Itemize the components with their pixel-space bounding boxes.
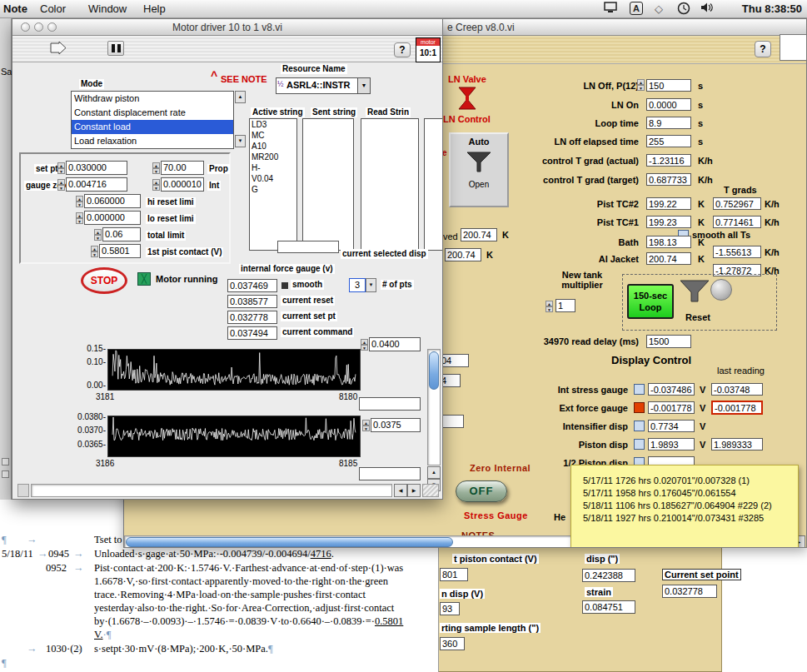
prop-value[interactable]: 70.00 xyxy=(161,161,204,175)
timer-value[interactable]: -1.23116 xyxy=(646,154,691,167)
lo-reset-value[interactable]: 0.000000 xyxy=(84,211,141,225)
setpoint-0375-value[interactable]: 0.0375 xyxy=(371,418,421,432)
list-item[interactable]: MR200 xyxy=(250,152,296,162)
spinner[interactable]: ▲▼ xyxy=(94,229,102,241)
spinner[interactable]: ▲▼ xyxy=(362,420,370,431)
menu-help[interactable]: Help xyxy=(143,0,166,17)
current-setpt-value[interactable]: 0.032778 xyxy=(227,311,277,324)
spinner[interactable]: ▲▼ xyxy=(152,162,160,174)
menu-color[interactable]: Color xyxy=(40,0,66,17)
new-tank-value[interactable]: 1 xyxy=(555,299,575,312)
mode-listbox[interactable]: Withdraw piston Constant displacement ra… xyxy=(71,91,234,149)
scroll-right-arrow[interactable]: ▶ xyxy=(407,484,421,497)
smooth-checkbox[interactable] xyxy=(281,282,288,289)
valve-funnel-icon[interactable] xyxy=(466,152,491,173)
spinner[interactable]: ▲▼ xyxy=(76,212,83,224)
total-limit-value[interactable]: 0.06 xyxy=(102,227,141,241)
list-item[interactable]: G xyxy=(250,184,296,195)
mode-option[interactable]: Constant displacement rate xyxy=(72,106,233,120)
spinner[interactable]: ▲▼ xyxy=(57,179,65,191)
display-row-checkbox[interactable] xyxy=(634,421,645,431)
spinner[interactable]: ▲▼ xyxy=(361,339,368,351)
mode-option[interactable]: Withdraw piston xyxy=(72,92,233,106)
list-item[interactable]: A10 xyxy=(250,141,296,152)
display-row-checkbox[interactable] xyxy=(634,384,645,395)
temp-grad-value[interactable]: 0.752967 xyxy=(713,197,761,210)
mode-option[interactable]: Load relaxation xyxy=(72,134,233,148)
zoom-button[interactable] xyxy=(47,22,57,32)
temp-value[interactable]: 198.13 xyxy=(646,236,691,248)
display-row-value[interactable]: 0.7734 xyxy=(648,420,695,432)
disp-value[interactable]: 0.242388 xyxy=(582,569,635,582)
run-button[interactable] xyxy=(49,41,67,55)
mode-scroll-down-arrow[interactable]: ▼ xyxy=(235,135,246,147)
clipped-listbox[interactable] xyxy=(424,118,443,251)
timer-value[interactable]: 255 xyxy=(646,135,691,147)
close-button[interactable] xyxy=(21,22,30,32)
piston-disp-value[interactable]: 93 xyxy=(440,602,460,615)
temp-value[interactable]: 199.23 xyxy=(646,216,691,228)
list-item[interactable]: H- xyxy=(250,162,296,173)
display-row-checkbox[interactable] xyxy=(634,439,645,450)
gauge-zero-value[interactable]: 0.004716 xyxy=(66,177,127,192)
current-reset-value[interactable]: 0.038577 xyxy=(227,295,277,308)
motor-running-indicator[interactable]: ╳ xyxy=(137,272,151,286)
horizontal-scrollbar[interactable] xyxy=(31,484,392,497)
scrollbar-thumb[interactable] xyxy=(126,537,453,547)
temp-value[interactable]: 199.22 xyxy=(646,197,691,210)
empty-indicator[interactable] xyxy=(359,467,421,480)
motor-titlebar[interactable]: Motor driver 10 to 1 v8.vi xyxy=(12,19,442,36)
smooth-value[interactable]: 0.037469 xyxy=(227,279,277,292)
mode-option-selected[interactable]: Constant load xyxy=(72,120,233,134)
selected-disp-value[interactable] xyxy=(277,241,339,253)
minimize-button[interactable] xyxy=(34,22,43,32)
read-string-listbox[interactable] xyxy=(361,118,419,251)
empty-indicator[interactable] xyxy=(359,397,421,411)
spinner[interactable]: ▲▼ xyxy=(152,179,160,191)
menu-note[interactable]: Note xyxy=(3,0,27,17)
sphere-button[interactable] xyxy=(710,279,732,301)
stop-button[interactable]: STOP xyxy=(81,267,127,294)
display-row-value[interactable]: -0.001778 xyxy=(648,401,695,414)
temp-value[interactable]: 200.74 xyxy=(646,252,691,265)
reset-funnel-icon[interactable] xyxy=(679,279,710,304)
timer-value[interactable]: 0.687733 xyxy=(646,173,691,186)
read-delay-value[interactable]: 1500 xyxy=(646,335,691,348)
strain-value[interactable]: 0.084751 xyxy=(582,600,635,614)
valve-mode-selector[interactable]: Auto Open xyxy=(449,132,509,207)
scroll-left-arrow[interactable]: ◀ xyxy=(394,484,407,497)
sample-length-value[interactable]: 360 xyxy=(440,637,465,650)
hi-reset-value[interactable]: 0.060000 xyxy=(84,194,141,208)
list-item[interactable]: V0.04 xyxy=(250,173,296,184)
spinner[interactable]: ▲▼ xyxy=(76,196,83,207)
sent-string-listbox[interactable] xyxy=(302,118,354,251)
timer-value[interactable]: 8.9 xyxy=(646,117,691,129)
resource-combo[interactable]: ½ ASRL4::INSTR ▼ xyxy=(276,77,371,94)
clock-icon[interactable] xyxy=(676,2,691,17)
help-button[interactable]: ? xyxy=(755,41,771,57)
second-temp-value[interactable]: 200.74 xyxy=(445,248,481,261)
current-command-value[interactable]: 0.037494 xyxy=(227,326,277,340)
mode-scroll-up-arrow[interactable]: ▲ xyxy=(235,91,246,103)
active-string-listbox[interactable]: LD3 MC A10 MR200 H- V0.04 G xyxy=(249,118,297,251)
keyboard-layout-icon[interactable]: A xyxy=(630,2,643,15)
dropdown-arrow-icon[interactable]: ▼ xyxy=(357,78,370,93)
volume-icon[interactable] xyxy=(700,2,715,17)
timer-value[interactable]: 150 xyxy=(646,79,691,92)
list-item[interactable]: LD3 xyxy=(250,119,296,130)
sliver-icon[interactable] xyxy=(2,470,9,478)
display-row-value[interactable]: -0.037486 xyxy=(648,383,695,396)
pause-button[interactable] xyxy=(107,41,124,56)
piston-contact-value[interactable]: 801 xyxy=(440,568,468,581)
help-button[interactable]: ? xyxy=(394,42,411,57)
spinner[interactable]: ▲▼ xyxy=(637,79,645,91)
temp-grad-value[interactable]: 0.771461 xyxy=(713,216,761,228)
scroll-up-arrow[interactable]: ▲ xyxy=(427,466,441,479)
num-pts-dropdown-arrow[interactable]: ▼ xyxy=(366,278,376,292)
loop-button[interactable]: 150-sec Loop xyxy=(627,284,674,319)
set-pt-value[interactable]: 0.030000 xyxy=(66,161,127,175)
timer-value[interactable]: 0.0000 xyxy=(646,98,691,111)
display-row-checkbox[interactable] xyxy=(634,402,645,413)
spinner[interactable]: ▲▼ xyxy=(545,301,553,312)
diamond-icon[interactable]: ◇ xyxy=(651,2,666,17)
